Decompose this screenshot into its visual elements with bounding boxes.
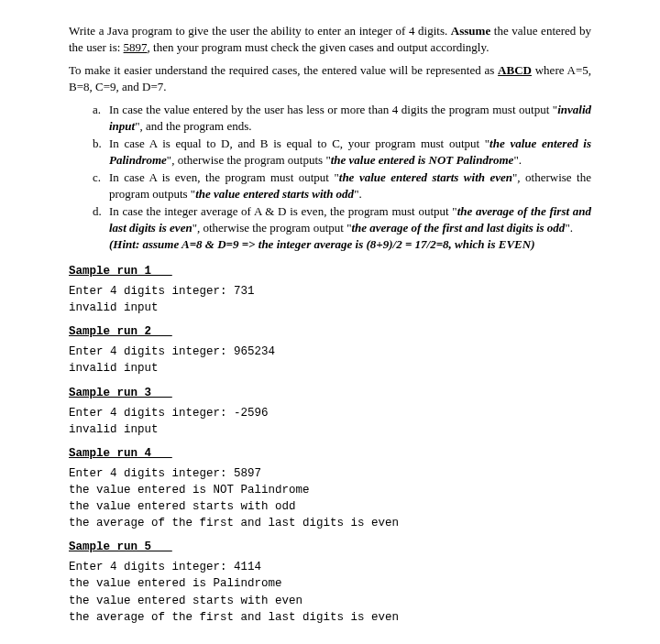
quoted-output: the value entered starts with odd [195,187,354,201]
sample-run-1-heading: Sample run 1 [69,265,591,278]
list-item-c: c. In case A is even, the program must o… [93,169,591,202]
sample-run-4-heading: Sample run 4 [69,447,591,460]
item-body: In case the integer average of A & D is … [109,203,591,252]
item-label: b. [93,136,109,168]
quoted-output: the value entered is NOT Palindrome [331,153,514,167]
item-text: ", and the program ends. [135,119,251,133]
quoted-output: the value entered starts with even [339,170,512,184]
intro-paragraph-2: To make it easier understand the require… [69,62,591,94]
item-text: ". [565,221,573,235]
sample-run-2-body: Enter 4 digits integer: 965234 invalid i… [69,344,591,377]
item-text: In case A is equal to D, and B is equal … [109,136,490,150]
intro-assume: Assume [451,24,490,38]
intro-text: To make it easier understand the require… [69,63,498,77]
item-body: In case A is equal to D, and B is equal … [109,136,591,168]
item-text: In case A is even, the program must outp… [109,170,339,184]
example-value: 5897 [124,40,148,54]
list-item-d: d. In case the integer average of A & D … [93,203,591,252]
intro-text: , then your program must check the given… [148,40,490,54]
item-body: In case A is even, the program must outp… [109,169,591,202]
sample-run-2-heading: Sample run 2 [69,325,591,338]
sample-run-4-body: Enter 4 digits integer: 5897 the value e… [69,465,591,532]
abcd-label: ABCD [498,63,532,77]
item-text: ", otherwise the program output " [192,221,352,235]
item-text: In case the integer average of A & D is … [109,204,457,218]
list-item-a: a. In case the value entered by the user… [93,102,591,134]
list-item-b: b. In case A is equal to D, and B is equ… [93,136,591,168]
item-label: d. [93,203,109,252]
quoted-output: the average of the first and last digits… [351,221,565,235]
item-label: a. [93,102,109,134]
hint-text: (Hint: assume A=8 & D=9 => the integer a… [109,237,535,251]
document-page: Write a Java program to give the user th… [0,0,660,644]
item-text: In case the value entered by the user ha… [109,103,557,116]
sample-run-5-body: Enter 4 digits integer: 4114 the value e… [69,559,591,626]
item-text: ". [354,187,362,201]
item-body: In case the value entered by the user ha… [109,102,591,134]
requirements-list: a. In case the value entered by the user… [93,102,591,252]
item-text: ". [513,153,522,167]
sample-run-1-body: Enter 4 digits integer: 731 invalid inpu… [69,283,591,316]
intro-text: Write a Java program to give the user th… [69,24,451,38]
sample-run-3-body: Enter 4 digits integer: -2596 invalid in… [69,405,591,438]
item-text: ", otherwise the program outputs " [167,153,331,167]
item-label: c. [93,169,109,202]
sample-run-5-heading: Sample run 5 [69,540,591,553]
sample-run-3-heading: Sample run 3 [69,387,591,399]
intro-paragraph-1: Write a Java program to give the user th… [69,23,591,55]
